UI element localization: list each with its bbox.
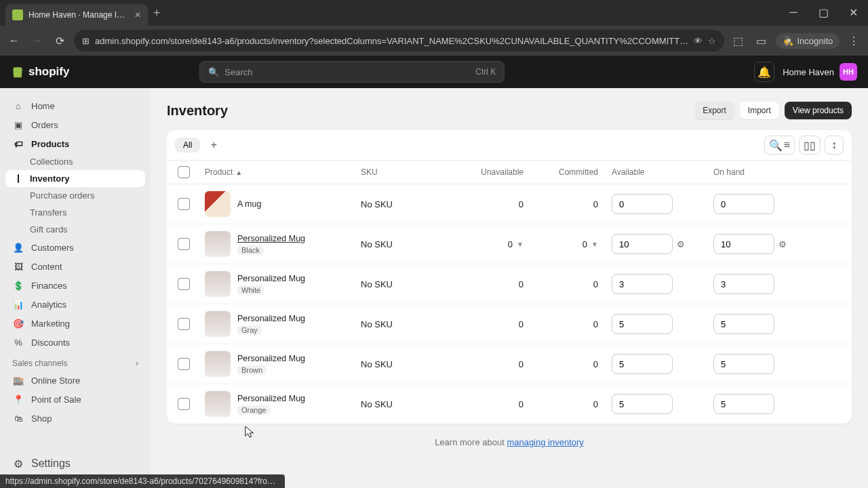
new-tab-button[interactable]: + <box>153 6 161 20</box>
row-checkbox[interactable] <box>178 278 190 290</box>
product-name-link[interactable]: Personalized Mug <box>237 394 305 403</box>
managing-inventory-link[interactable]: managing inventory <box>507 437 583 447</box>
sidebar-item-analytics[interactable]: 📊Analytics <box>5 295 145 314</box>
sidebar-item-pos[interactable]: 📍Point of Sale <box>5 390 145 409</box>
sidebar-item-content[interactable]: 🖼Content <box>5 257 145 276</box>
search-input[interactable]: 🔍 Search Ctrl K <box>199 61 505 83</box>
on-hand-input[interactable] <box>713 314 774 334</box>
sidebar-item-gift-cards[interactable]: Gift cards <box>5 221 145 238</box>
sort-icon: ↕ <box>831 139 837 151</box>
url-field[interactable]: ⊞ admin.shopify.com/store/de8143-a6/prod… <box>74 30 724 52</box>
import-button[interactable]: Import <box>740 102 779 119</box>
column-committed[interactable]: Committed <box>537 167 612 177</box>
forward-button[interactable]: → <box>28 30 46 52</box>
sidebar-item-customers[interactable]: 👤Customers <box>5 238 145 257</box>
close-icon[interactable]: ✕ <box>134 10 141 20</box>
sidebar-item-collections[interactable]: Collections <box>5 153 145 170</box>
close-window-icon[interactable]: ✕ <box>838 0 868 24</box>
sidebar-settings-wrapper: ⚙Settings <box>5 454 145 473</box>
available-input[interactable] <box>612 274 673 294</box>
available-input[interactable] <box>612 234 673 254</box>
unavailable-value[interactable]: 0 ▼ <box>508 239 524 249</box>
extensions-icon[interactable]: ⬚ <box>730 30 747 52</box>
sidebar-item-purchase-orders[interactable]: Purchase orders <box>5 187 145 204</box>
on-hand-input[interactable] <box>713 194 774 214</box>
row-checkbox[interactable] <box>178 398 190 410</box>
sidebar-item-transfers[interactable]: Transfers <box>5 204 145 221</box>
variant-badge: Orange <box>237 405 271 415</box>
site-info-icon[interactable]: ⊞ <box>82 36 90 46</box>
sidebar-item-orders[interactable]: ▣Orders <box>5 115 145 134</box>
table-row: Personalized Mug Brown No SKU 0 0 <box>167 344 852 384</box>
sidebar-item-finances[interactable]: 💲Finances <box>5 276 145 295</box>
sidebar-item-online-store[interactable]: 🏬Online Store <box>5 371 145 390</box>
sidebar-item-shop[interactable]: 🛍Shop <box>5 409 145 428</box>
side-panel-icon[interactable]: ▭ <box>753 30 770 52</box>
add-view-button[interactable]: + <box>205 137 222 153</box>
sidebar-item-products[interactable]: 🏷Products <box>5 134 145 153</box>
adjust-icon[interactable]: ⚙ <box>677 239 685 249</box>
sidebar-item-inventory[interactable]: Inventory <box>5 170 145 187</box>
chevron-down-icon: ▼ <box>591 241 598 248</box>
product-name-link[interactable]: A mug <box>237 199 261 209</box>
search-filter-button[interactable]: 🔍≡ <box>764 136 795 155</box>
sidebar-item-home[interactable]: ⌂Home <box>5 96 145 115</box>
on-hand-input[interactable] <box>713 274 774 294</box>
sort-button[interactable]: ↕ <box>825 136 844 155</box>
product-thumbnail[interactable] <box>205 271 231 297</box>
browser-tab[interactable]: Home Haven · Manage Invento ✕ <box>5 4 148 26</box>
incognito-badge[interactable]: 🕵 Incognito <box>776 33 840 49</box>
sidebar-item-marketing[interactable]: 🎯Marketing <box>5 314 145 333</box>
committed-value[interactable]: 0 ▼ <box>583 239 598 249</box>
reload-button[interactable]: ⟳ <box>51 30 68 52</box>
on-hand-input[interactable] <box>713 354 774 374</box>
product-thumbnail[interactable] <box>205 391 231 417</box>
row-checkbox[interactable] <box>178 198 190 210</box>
column-sku[interactable]: SKU <box>361 167 456 177</box>
sidebar-item-label: Finances <box>31 281 67 291</box>
sidebar-item-discounts[interactable]: %Discounts <box>5 333 145 352</box>
available-input[interactable] <box>612 194 673 214</box>
row-checkbox[interactable] <box>178 238 190 250</box>
eye-off-icon[interactable]: 👁 <box>694 36 703 46</box>
minimize-icon[interactable]: ─ <box>778 0 808 24</box>
row-checkbox[interactable] <box>178 358 190 370</box>
product-name-link[interactable]: Personalized Mug <box>237 354 305 363</box>
address-bar: ← → ⟳ ⊞ admin.shopify.com/store/de8143-a… <box>0 26 868 56</box>
bookmark-icon[interactable]: ☆ <box>708 36 716 46</box>
available-input[interactable] <box>612 354 673 374</box>
columns-button[interactable]: ▯▯ <box>799 136 821 155</box>
shopify-logo[interactable]: shopify <box>11 64 69 79</box>
column-on-hand[interactable]: On hand <box>713 167 815 177</box>
product-name-link[interactable]: Personalized Mug <box>237 274 305 283</box>
adjust-icon[interactable]: ⚙ <box>778 239 787 249</box>
on-hand-input[interactable] <box>713 234 774 254</box>
chevron-right-icon[interactable]: › <box>136 359 138 368</box>
product-thumbnail[interactable] <box>205 311 231 337</box>
sidebar-item-settings[interactable]: ⚙Settings <box>5 454 145 473</box>
export-button[interactable]: Export <box>694 102 734 119</box>
tab-all[interactable]: All <box>175 138 200 152</box>
product-thumbnail[interactable] <box>205 351 231 377</box>
store-name: Home Haven <box>783 67 834 77</box>
available-input[interactable] <box>612 314 673 334</box>
product-thumbnail[interactable] <box>205 191 231 217</box>
column-available[interactable]: Available <box>612 167 713 177</box>
notifications-button[interactable]: 🔔 <box>754 62 774 82</box>
on-hand-input[interactable] <box>713 394 774 414</box>
sidebar-item-label: Purchase orders <box>30 190 94 201</box>
view-products-button[interactable]: View products <box>785 102 852 119</box>
store-menu[interactable]: Home Haven HH <box>783 63 857 81</box>
marketing-icon: 🎯 <box>12 317 24 329</box>
product-thumbnail[interactable] <box>205 231 231 257</box>
available-input[interactable] <box>612 394 673 414</box>
maximize-icon[interactable]: ▢ <box>808 0 838 24</box>
back-button[interactable]: ← <box>5 30 23 52</box>
menu-icon[interactable]: ⋮ <box>845 30 863 52</box>
row-checkbox[interactable] <box>178 318 190 330</box>
select-all-checkbox[interactable] <box>178 166 190 178</box>
product-name-link[interactable]: Personalized Mug <box>237 314 305 323</box>
product-name-link[interactable]: Personalized Mug <box>237 234 305 243</box>
column-product[interactable]: Product ▲ <box>205 167 361 177</box>
column-unavailable[interactable]: Unavailable <box>456 167 537 177</box>
